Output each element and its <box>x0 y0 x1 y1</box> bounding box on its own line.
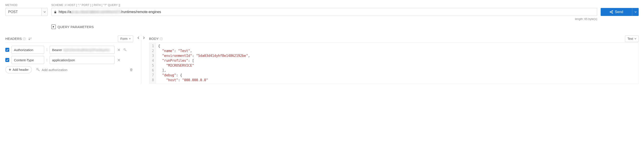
query-params-toggle[interactable] <box>51 24 56 29</box>
send-caret[interactable] <box>632 8 639 16</box>
header-key-input[interactable]: Content-Type <box>12 56 44 64</box>
send-icon <box>610 10 613 14</box>
remove-header-button[interactable] <box>117 48 121 52</box>
lock-icon <box>54 10 57 14</box>
x-icon <box>117 58 120 62</box>
headers-title: HEADERS ? <box>5 37 32 40</box>
collapse-right-icon[interactable] <box>143 36 145 39</box>
colon: : <box>46 48 47 52</box>
trash-icon <box>130 68 133 72</box>
method-label: METHOD <box>5 4 48 7</box>
send-button[interactable]: Send <box>601 8 632 16</box>
key-icon <box>36 68 40 72</box>
svg-text:?: ? <box>24 38 25 40</box>
collapse-left-icon[interactable] <box>138 36 139 39</box>
headers-mode-select[interactable]: Form <box>118 36 133 42</box>
header-key-input[interactable]: Authorization <box>12 46 44 54</box>
help-icon[interactable]: ? <box>160 37 163 40</box>
sort-icon[interactable] <box>28 37 32 40</box>
query-params-label: QUERY PARAMETERS <box>58 25 94 29</box>
help-icon[interactable]: ? <box>23 37 26 40</box>
body-editor[interactable]: 12345678 { "name": "Test", "environmentI… <box>149 43 639 84</box>
auth-key-button[interactable] <box>123 48 127 52</box>
svg-point-3 <box>37 68 38 70</box>
add-authorization-button[interactable]: Add authorization <box>36 68 68 72</box>
svg-point-2 <box>124 48 125 50</box>
plus-icon <box>8 68 11 71</box>
svg-text:?: ? <box>160 38 162 40</box>
body-mode-select[interactable]: Text <box>625 36 639 42</box>
remove-header-button[interactable] <box>117 58 121 62</box>
x-icon <box>117 48 120 52</box>
key-icon <box>124 48 127 52</box>
trash-all-button[interactable] <box>129 68 133 72</box>
colon: : <box>46 58 47 62</box>
url-text: https://api.au.cloud.talend.com/tmc/v2.5… <box>58 10 595 14</box>
url-input[interactable]: https://api.au.cloud.talend.com/tmc/v2.5… <box>51 8 597 16</box>
method-select[interactable]: POST <box>5 8 48 16</box>
header-checkbox[interactable] <box>5 58 9 62</box>
method-caret[interactable] <box>41 8 48 16</box>
header-value-input[interactable]: application/json <box>50 56 114 64</box>
header-value-input[interactable]: Bearer KjhGNm9sdh9cljZPwSkyHU <box>50 46 114 54</box>
body-title: BODY ? <box>149 37 163 40</box>
length-text: length: 65 byte(s) <box>51 17 597 20</box>
header-checkbox[interactable] <box>5 48 9 52</box>
scheme-label: SCHEME :// HOST [ ":" PORT ] [ PATH [ "?… <box>51 4 597 7</box>
add-header-button[interactable]: Add header <box>5 66 32 73</box>
method-value: POST <box>6 8 41 16</box>
